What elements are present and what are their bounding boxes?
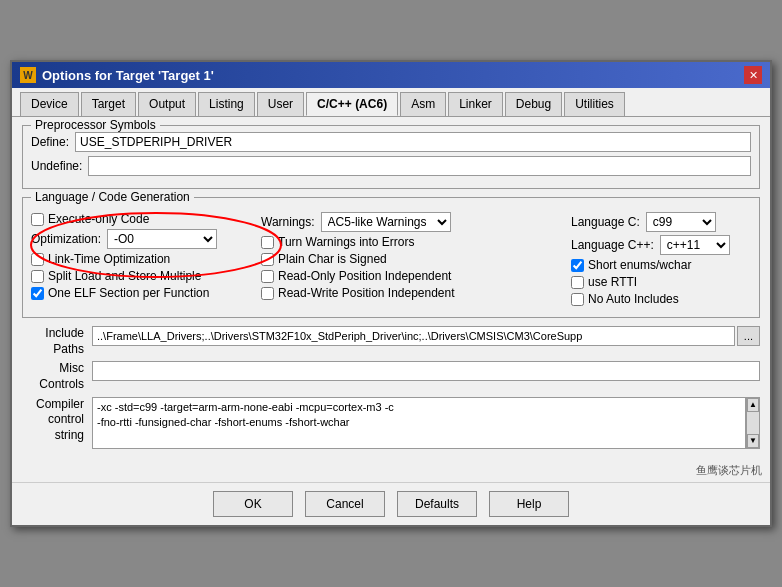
- no-auto-checkbox[interactable]: [571, 293, 584, 306]
- lang-cpp-select[interactable]: c++11: [660, 235, 730, 255]
- lang-gen-inner: Execute-only Code Optimization: -O0 Link…: [31, 212, 751, 309]
- preprocessor-group: Preprocessor Symbols Define: Undefine:: [22, 125, 760, 189]
- optimization-label: Optimization:: [31, 232, 101, 246]
- undefine-row: Undefine:: [31, 156, 751, 176]
- defaults-button[interactable]: Defaults: [397, 491, 477, 517]
- lang-cpp-label: Language C++:: [571, 238, 654, 252]
- lang-c-select[interactable]: c99: [646, 212, 716, 232]
- include-paths-area: Include Paths ...: [22, 326, 760, 357]
- tab-asm[interactable]: Asm: [400, 92, 446, 116]
- tab-linker[interactable]: Linker: [448, 92, 503, 116]
- col1: Execute-only Code Optimization: -O0 Link…: [31, 212, 251, 309]
- use-rtti-label: use RTTI: [588, 275, 637, 289]
- bottom-buttons: OK Cancel Defaults Help: [12, 482, 770, 525]
- ok-button[interactable]: OK: [213, 491, 293, 517]
- watermark: 鱼鹰谈芯片机: [12, 461, 770, 482]
- one-elf-row: One ELF Section per Function: [31, 286, 251, 300]
- lang-cpp-row: Language C++: c++11: [571, 235, 751, 255]
- one-elf-checkbox[interactable]: [31, 287, 44, 300]
- dialog-window: W Options for Target 'Target 1' ✕ Device…: [10, 60, 772, 527]
- top-section: Execute-only Code Optimization: -O0 Link…: [31, 212, 751, 309]
- cancel-button[interactable]: Cancel: [305, 491, 385, 517]
- scroll-up-arrow[interactable]: ▲: [747, 398, 759, 412]
- no-auto-label: No Auto Includes: [588, 292, 679, 306]
- short-enums-label: Short enums/wchar: [588, 258, 691, 272]
- col2: Warnings: AC5-like Warnings Turn Warning…: [261, 212, 561, 309]
- tab-output[interactable]: Output: [138, 92, 196, 116]
- read-write-checkbox[interactable]: [261, 287, 274, 300]
- split-load-label: Split Load and Store Multiple: [48, 269, 201, 283]
- include-paths-content: ...: [92, 326, 760, 357]
- link-time-row: Link-Time Optimization: [31, 252, 251, 266]
- plain-char-checkbox[interactable]: [261, 253, 274, 266]
- col3: Language C: c99 Language C++: c++11: [571, 212, 751, 309]
- language-group-label: Language / Code Generation: [31, 190, 194, 204]
- title-bar-left: W Options for Target 'Target 1': [20, 67, 214, 83]
- optimization-select[interactable]: -O0: [107, 229, 217, 249]
- scroll-down-arrow[interactable]: ▼: [747, 434, 759, 448]
- read-only-label: Read-Only Position Independent: [278, 269, 451, 283]
- undefine-input[interactable]: [88, 156, 751, 176]
- tab-target[interactable]: Target: [81, 92, 136, 116]
- close-button[interactable]: ✕: [744, 66, 762, 84]
- read-only-checkbox[interactable]: [261, 270, 274, 283]
- short-enums-checkbox[interactable]: [571, 259, 584, 272]
- include-paths-row: ...: [92, 326, 760, 346]
- no-auto-row: No Auto Includes: [571, 292, 751, 306]
- include-paths-label: Include Paths: [22, 326, 92, 357]
- tab-user[interactable]: User: [257, 92, 304, 116]
- preprocessor-group-label: Preprocessor Symbols: [31, 118, 160, 132]
- tab-device[interactable]: Device: [20, 92, 79, 116]
- optimization-row: Optimization: -O0: [31, 229, 251, 249]
- lang-c-label: Language C:: [571, 215, 640, 229]
- title-bar: W Options for Target 'Target 1' ✕: [12, 62, 770, 88]
- use-rtti-row: use RTTI: [571, 275, 751, 289]
- compiler-scrollbar[interactable]: ▲ ▼: [746, 397, 760, 449]
- help-button[interactable]: Help: [489, 491, 569, 517]
- warnings-row: Warnings: AC5-like Warnings: [261, 212, 561, 232]
- main-content: Preprocessor Symbols Define: Undefine: L…: [12, 117, 770, 461]
- compiler-control-label: Compiler control string: [22, 397, 92, 449]
- compiler-textarea[interactable]: [92, 397, 746, 449]
- read-write-row: Read-Write Position Independent: [261, 286, 561, 300]
- tab-bar: Device Target Output Listing User C/C++ …: [12, 88, 770, 117]
- tab-cpp[interactable]: C/C++ (AC6): [306, 92, 398, 116]
- app-icon: W: [20, 67, 36, 83]
- execute-only-checkbox[interactable]: [31, 213, 44, 226]
- undefine-label: Undefine:: [31, 159, 82, 173]
- link-time-label: Link-Time Optimization: [48, 252, 170, 266]
- compiler-scroll-area: ▲ ▼: [92, 397, 760, 449]
- include-paths-browse-button[interactable]: ...: [737, 326, 760, 346]
- dialog-title: Options for Target 'Target 1': [42, 68, 214, 83]
- tab-debug[interactable]: Debug: [505, 92, 562, 116]
- tab-utilities[interactable]: Utilities: [564, 92, 625, 116]
- warnings-select[interactable]: AC5-like Warnings: [321, 212, 451, 232]
- define-label: Define:: [31, 135, 69, 149]
- lang-c-row: Language C: c99: [571, 212, 751, 232]
- misc-controls-label: MiscControls: [22, 361, 92, 392]
- plain-char-label: Plain Char is Signed: [278, 252, 387, 266]
- compiler-control-area: Compiler control string ▲ ▼: [22, 397, 760, 449]
- language-group: Language / Code Generation Execute-only …: [22, 197, 760, 318]
- turn-warnings-row: Turn Warnings into Errors: [261, 235, 561, 249]
- plain-char-row: Plain Char is Signed: [261, 252, 561, 266]
- define-input[interactable]: [75, 132, 751, 152]
- execute-only-label: Execute-only Code: [48, 212, 149, 226]
- turn-warnings-label: Turn Warnings into Errors: [278, 235, 414, 249]
- split-load-checkbox[interactable]: [31, 270, 44, 283]
- include-paths-input[interactable]: [92, 326, 735, 346]
- short-enums-row: Short enums/wchar: [571, 258, 751, 272]
- tab-listing[interactable]: Listing: [198, 92, 255, 116]
- define-row: Define:: [31, 132, 751, 152]
- execute-only-row: Execute-only Code: [31, 212, 251, 226]
- split-load-row: Split Load and Store Multiple: [31, 269, 251, 283]
- warnings-label: Warnings:: [261, 215, 315, 229]
- read-write-label: Read-Write Position Independent: [278, 286, 455, 300]
- misc-controls-input[interactable]: [92, 361, 760, 381]
- turn-warnings-checkbox[interactable]: [261, 236, 274, 249]
- misc-controls-area: MiscControls: [22, 361, 760, 392]
- link-time-checkbox[interactable]: [31, 253, 44, 266]
- use-rtti-checkbox[interactable]: [571, 276, 584, 289]
- read-only-row: Read-Only Position Independent: [261, 269, 561, 283]
- one-elf-label: One ELF Section per Function: [48, 286, 209, 300]
